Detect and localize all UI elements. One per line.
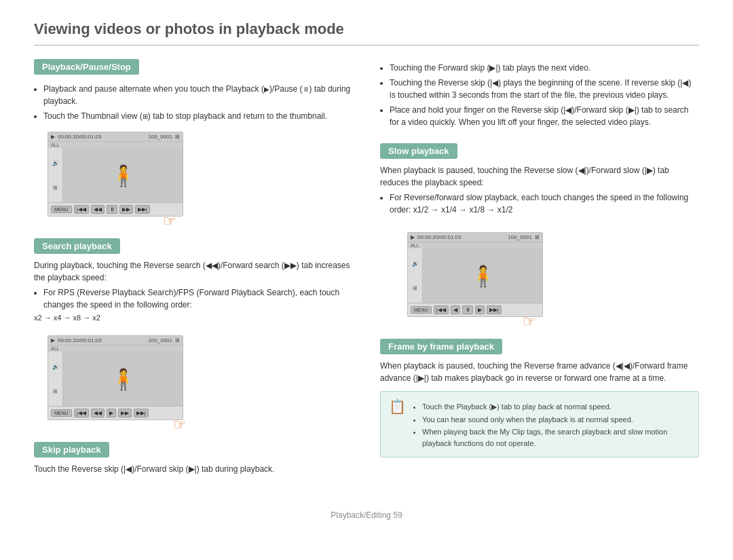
bullet-item: Playback and pause alternate when you to…	[43, 83, 353, 107]
hand-pointer-icon-3: ☞	[523, 313, 536, 331]
slow-intro: When playback is paused, touching the Re…	[380, 164, 699, 189]
search-intro: During playback, touching the Reverse se…	[34, 259, 353, 284]
section-header-playback: Playback/Pause/Stop	[34, 59, 139, 75]
touching-forward-bullets: Touching the Forward skip (▶|) tab plays…	[380, 62, 699, 128]
section-header-slow: Slow playback	[380, 143, 457, 159]
page-title: Viewing videos or photos in playback mod…	[34, 20, 699, 45]
info-bullet: Touch the Playback (▶) tab to play back …	[422, 401, 690, 413]
section-header-skip: Skip playback	[34, 442, 109, 458]
section-search-playback: Search playback During playback, touchin…	[34, 238, 353, 427]
hand-pointer-icon: ☞	[163, 212, 176, 230]
section-touching-forward: Touching the Forward skip (▶|) tab plays…	[380, 62, 699, 128]
playback-pause-bullets: Playback and pause alternate when you to…	[34, 83, 353, 122]
player-mockup-2: ▶ 00:00:20/00:01:03 100_0001 ⊞ ALL 🔊 ⊞	[34, 329, 183, 427]
player-mockup-3: ▶ 00:00:20/00:01:03 100_0001 ⊞ ALL 🔊 ⊞	[394, 225, 543, 324]
player-figure: 🧍	[111, 164, 136, 187]
hand-pointer-icon-2: ☞	[173, 416, 187, 434]
footer: Playback/Editing 59	[34, 510, 699, 520]
main-content: Playback/Pause/Stop Playback and pause a…	[34, 59, 699, 490]
bullet-item: Place and hold your finger on the Revers…	[390, 104, 699, 128]
section-header-search: Search playback	[34, 238, 120, 254]
speed-order-search: x2 → x4 → x8 → x2	[34, 314, 353, 322]
right-column: Touching the Forward skip (▶|) tab plays…	[380, 59, 699, 490]
player-mockup-1: ▶ 00:00:20/00:01:03 100_0001 ⊞ ALL 🔊 ⊞	[34, 125, 183, 223]
slow-bullets: For Reverse/forward slow playback, each …	[380, 191, 699, 216]
section-slow-playback: Slow playback When playback is paused, t…	[380, 143, 699, 324]
section-skip-playback: Skip playback Touch the Reverse skip (|◀…	[34, 442, 353, 475]
skip-text: Touch the Reverse skip (|◀)/Forward skip…	[34, 463, 353, 475]
bullet-item: For Reverse/forward slow playback, each …	[390, 191, 699, 216]
section-header-frame: Frame by frame playback	[380, 339, 502, 354]
info-icon: 📋	[389, 398, 406, 415]
bullet-item: Touch the Thumbnail view (⊞) tab to stop…	[43, 110, 353, 122]
bullet-item: For RPS (Reverse Playback Search)/FPS (F…	[43, 286, 353, 311]
section-frame-by-frame: Frame by frame playback When playback is…	[380, 339, 699, 458]
search-bullets: For RPS (Reverse Playback Search)/FPS (F…	[34, 286, 353, 311]
player-figure-3: 🧍	[470, 264, 495, 288]
bullet-item: Touching the Forward skip (▶|) tab plays…	[390, 62, 699, 74]
player-figure-2: 🧍	[111, 367, 136, 391]
info-bullet: When playing back the My Clip tags, the …	[422, 426, 690, 449]
info-bullet: You can hear sound only when the playbac…	[422, 414, 690, 426]
info-box: 📋 Touch the Playback (▶) tab to play bac…	[380, 391, 699, 458]
info-box-bullets: Touch the Playback (▶) tab to play back …	[413, 401, 690, 450]
frame-text: When playback is paused, touching the Re…	[380, 360, 699, 384]
bullet-item: Touching the Reverse skip (|◀) plays the…	[390, 77, 699, 101]
section-playback-pause-stop: Playback/Pause/Stop Playback and pause a…	[34, 59, 353, 223]
left-column: Playback/Pause/Stop Playback and pause a…	[34, 59, 353, 490]
timecode-label: 00:00:20/00:01:03	[58, 134, 102, 140]
